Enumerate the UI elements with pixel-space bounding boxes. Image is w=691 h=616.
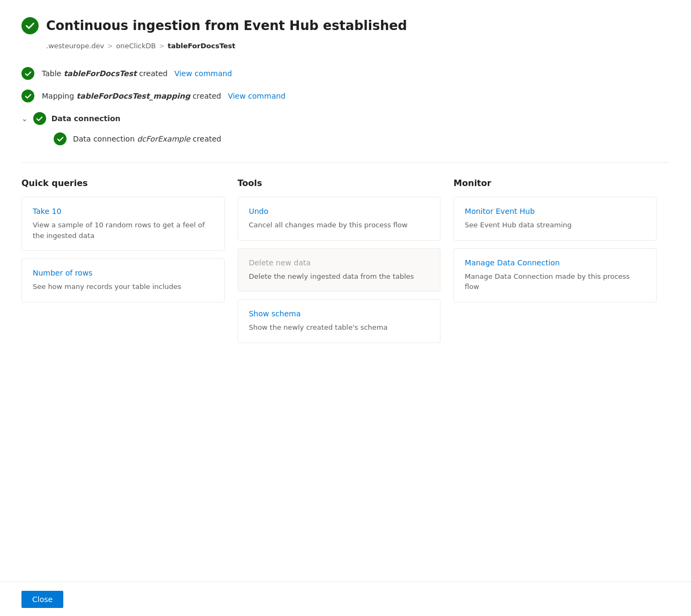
steps-section: Table tableForDocsTest created View comm…	[21, 67, 670, 145]
quick-queries-column: Quick queries Take 10 View a sample of 1…	[21, 178, 238, 351]
chevron-down-icon[interactable]: ⌄	[21, 114, 28, 123]
take-10-card[interactable]: Take 10 View a sample of 10 random rows …	[21, 197, 225, 251]
quick-queries-header: Quick queries	[21, 178, 225, 188]
data-connection-success-icon	[33, 112, 46, 125]
close-button[interactable]: Close	[21, 591, 63, 608]
breadcrumb-table: tableForDocsTest	[167, 42, 235, 50]
undo-description: Cancel all changes made by this process …	[249, 220, 430, 231]
header-success-icon	[21, 17, 39, 34]
sub-step-text: Data connection dcForExample created	[73, 135, 221, 143]
breadcrumb-db: oneClickDB	[116, 42, 156, 50]
take-10-description: View a sample of 10 random rows to get a…	[33, 220, 214, 241]
show-schema-title[interactable]: Show schema	[249, 309, 430, 318]
manage-data-connection-card[interactable]: Manage Data Connection Manage Data Conne…	[453, 248, 657, 302]
header-row: Continuous ingestion from Event Hub esta…	[21, 17, 670, 34]
breadcrumb-host: .westeurope.dev	[46, 42, 104, 50]
step2-success-icon	[21, 90, 34, 102]
monitor-column: Monitor Monitor Event Hub See Event Hub …	[453, 178, 670, 351]
main-container: Continuous ingestion from Event Hub esta…	[0, 0, 691, 385]
breadcrumb: .westeurope.dev > oneClickDB > tableForD…	[46, 42, 670, 50]
tools-header: Tools	[238, 178, 441, 188]
page-title: Continuous ingestion from Event Hub esta…	[46, 18, 407, 33]
data-connection-label: Data connection	[52, 114, 121, 123]
sub-step-success-icon	[54, 132, 67, 145]
sub-step-data-connection: Data connection dcForExample created	[54, 132, 670, 145]
step1-text: Table tableForDocsTest created View comm…	[42, 69, 232, 78]
show-schema-card[interactable]: Show schema Show the newly created table…	[238, 299, 441, 343]
undo-title[interactable]: Undo	[249, 207, 430, 216]
sections-grid: Quick queries Take 10 View a sample of 1…	[21, 178, 670, 351]
breadcrumb-sep2: >	[159, 42, 164, 50]
number-of-rows-card[interactable]: Number of rows See how many records your…	[21, 258, 225, 302]
step1-success-icon	[21, 67, 34, 80]
take-10-title[interactable]: Take 10	[33, 207, 214, 216]
step2-bold: tableForDocsTest_mapping	[77, 92, 190, 100]
undo-card[interactable]: Undo Cancel all changes made by this pro…	[238, 197, 441, 241]
breadcrumb-sep1: >	[107, 42, 113, 50]
monitor-event-hub-description: See Event Hub data streaming	[465, 220, 645, 231]
step1-bold: tableForDocsTest	[64, 69, 137, 78]
step1-view-command-link[interactable]: View command	[174, 69, 232, 78]
manage-data-connection-title[interactable]: Manage Data Connection	[465, 258, 645, 267]
monitor-header: Monitor	[453, 178, 657, 188]
section-divider	[21, 162, 670, 163]
tools-column: Tools Undo Cancel all changes made by th…	[238, 178, 454, 351]
footer: Close	[0, 582, 691, 616]
number-of-rows-title[interactable]: Number of rows	[33, 269, 214, 277]
show-schema-description: Show the newly created table's schema	[249, 322, 430, 333]
number-of-rows-description: See how many records your table includes	[33, 281, 214, 292]
delete-new-data-description: Delete the newly ingested data from the …	[249, 271, 430, 282]
monitor-event-hub-title[interactable]: Monitor Event Hub	[465, 207, 645, 216]
monitor-event-hub-card[interactable]: Monitor Event Hub See Event Hub data str…	[453, 197, 657, 241]
sub-step-italic: dcForExample	[137, 135, 190, 143]
delete-new-data-card: Delete new data Delete the newly ingeste…	[238, 248, 441, 292]
manage-data-connection-description: Manage Data Connection made by this proc…	[465, 271, 645, 292]
step2-text: Mapping tableForDocsTest_mapping created…	[42, 92, 285, 100]
data-connection-row: ⌄ Data connection	[21, 112, 670, 125]
step-table-created: Table tableForDocsTest created View comm…	[21, 67, 670, 80]
step2-view-command-link[interactable]: View command	[228, 92, 286, 100]
delete-new-data-title: Delete new data	[249, 258, 430, 267]
step-mapping-created: Mapping tableForDocsTest_mapping created…	[21, 90, 670, 102]
